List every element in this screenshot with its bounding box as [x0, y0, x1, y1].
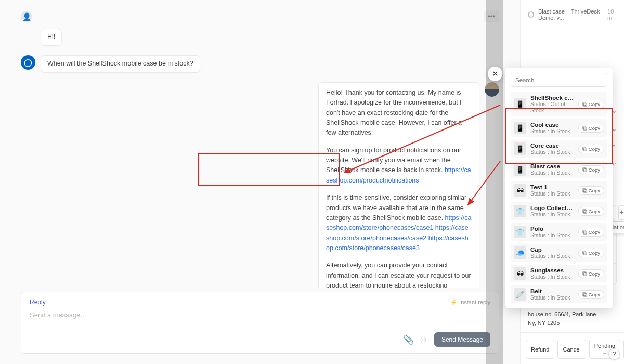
- time-ago: 10 m: [607, 8, 617, 21]
- copy-button[interactable]: Copy: [578, 249, 604, 257]
- product-image: 👕: [514, 205, 526, 217]
- agent-avatar: [485, 82, 499, 97]
- copy-button[interactable]: Copy: [578, 269, 604, 278]
- customer-avatar: ◯: [21, 55, 35, 70]
- product-status: Status : In Stock: [530, 232, 574, 238]
- product-search-input[interactable]: [515, 77, 603, 83]
- svg-rect-18: [583, 292, 586, 295]
- product-row[interactable]: 🧢 Cap Status : In Stock Copy: [511, 244, 607, 262]
- help-icon[interactable]: ?: [608, 348, 620, 360]
- svg-rect-1: [584, 103, 587, 106]
- product-status: Status : In Stock: [530, 253, 574, 259]
- svg-rect-9: [584, 189, 587, 192]
- copy-button[interactable]: Copy: [578, 290, 604, 299]
- avatar: 👤: [21, 11, 32, 22]
- agent-message: Hello! Thank you for contacting us. My n…: [318, 82, 479, 288]
- copy-button[interactable]: Copy: [578, 207, 604, 216]
- product-name: Cap: [530, 246, 574, 253]
- send-button[interactable]: Send Message: [434, 332, 490, 347]
- svg-rect-17: [584, 272, 587, 275]
- svg-rect-6: [583, 167, 586, 170]
- product-row[interactable]: 👕 Polo Status : In Stock Copy: [511, 223, 607, 241]
- customer-message: When will the ShellShock mobile case be …: [41, 55, 200, 72]
- product-row[interactable]: 🕶 Test 1 Status : In Stock Copy: [511, 181, 607, 199]
- product-image: 👕: [514, 226, 526, 238]
- product-row[interactable]: 📱 Cool case Status : In Stock Copy: [511, 119, 607, 137]
- svg-rect-12: [583, 230, 586, 232]
- product-image: 📱: [514, 163, 526, 176]
- chat-pane: 👤 ••• Hi! ◯ When will the ShellShock mob…: [0, 0, 520, 364]
- product-image: 📱: [514, 122, 526, 134]
- product-image: 🕶: [514, 184, 526, 197]
- product-row[interactable]: 📱 Blast case Status : In Stock Copy: [511, 161, 607, 178]
- refund-button[interactable]: Refund: [526, 340, 554, 359]
- svg-rect-13: [584, 231, 587, 233]
- emoji-icon[interactable]: ☺: [419, 334, 428, 345]
- svg-rect-15: [584, 252, 587, 254]
- copy-button[interactable]: Copy: [578, 100, 604, 109]
- product-image: 🧢: [514, 246, 526, 259]
- product-status: Status : In Stock: [530, 149, 574, 155]
- product-row[interactable]: 📱 Core case Status : In Stock Copy: [511, 140, 607, 158]
- product-status: Status : In Stock: [530, 190, 574, 197]
- reply-link[interactable]: Reply: [30, 298, 46, 306]
- copy-button[interactable]: Copy: [578, 186, 604, 195]
- product-row[interactable]: 🕶 Sunglasses Status : In Stock Copy: [511, 265, 607, 282]
- instant-reply-label: ⚡ Instant reply: [450, 299, 490, 306]
- product-name: Core case: [530, 142, 574, 149]
- product-status: Status : In Stock: [530, 274, 574, 280]
- product-image: 🧷: [514, 288, 526, 301]
- copy-button[interactable]: Copy: [578, 165, 604, 174]
- product-row[interactable]: 📱 ShellShock case Status : Out of Stock …: [511, 92, 607, 116]
- svg-rect-7: [584, 168, 587, 171]
- svg-rect-4: [583, 147, 586, 149]
- product-image: 📱: [514, 142, 526, 155]
- product-status: Status : Out of Stock: [530, 101, 574, 113]
- product-row[interactable]: 🧷 Belt Status : In Stock Copy: [511, 285, 607, 303]
- svg-rect-0: [583, 102, 586, 105]
- customer-message: Hi!: [41, 29, 62, 46]
- compose-box: Reply ⚡ Instant reply 📎 ☺ Send Message: [21, 292, 499, 354]
- svg-rect-11: [584, 210, 587, 213]
- product-recommendation-button[interactable]: ✦: [618, 205, 624, 220]
- product-name: ShellShock case: [530, 95, 574, 101]
- copy-button[interactable]: Copy: [578, 124, 604, 133]
- product-name: Polo: [530, 226, 574, 232]
- product-status: Status : In Stock: [530, 170, 574, 176]
- product-name: Belt: [530, 288, 574, 294]
- cancel-button[interactable]: Cancel: [557, 340, 586, 359]
- product-row[interactable]: 👕 Logo Collection Status : In Stock Copy: [511, 202, 607, 220]
- product-image: 📱: [514, 98, 526, 110]
- message-input[interactable]: [30, 311, 490, 319]
- svg-rect-3: [584, 127, 587, 129]
- product-name: Blast case: [530, 163, 574, 170]
- copy-button[interactable]: Copy: [578, 145, 604, 153]
- product-recommendation-popover: ✕ 📱 ShellShock case Status : Out of Stoc…: [505, 68, 613, 308]
- product-name: Test 1: [530, 184, 574, 190]
- product-image: 🕶: [514, 267, 526, 280]
- svg-rect-8: [583, 188, 586, 191]
- status-icon: [528, 11, 534, 18]
- chat-menu-button[interactable]: •••: [484, 10, 499, 22]
- product-name: Logo Collection: [530, 205, 574, 211]
- svg-rect-14: [583, 251, 586, 253]
- attachment-icon[interactable]: 📎: [403, 334, 414, 345]
- svg-rect-10: [583, 209, 586, 212]
- svg-rect-2: [583, 126, 586, 128]
- svg-rect-19: [584, 293, 587, 296]
- close-button[interactable]: ✕: [488, 67, 502, 81]
- product-name: Cool case: [530, 122, 574, 128]
- tab-title: Blast case – ThriveDesk Demo: v...: [538, 8, 603, 21]
- product-status: Status : In Stock: [530, 294, 574, 301]
- svg-rect-16: [583, 271, 586, 274]
- copy-button[interactable]: Copy: [578, 228, 604, 237]
- product-status: Status : In Stock: [530, 128, 574, 134]
- product-status: Status : In Stock: [530, 211, 574, 217]
- svg-rect-5: [584, 148, 587, 150]
- product-name: Sunglasses: [530, 267, 574, 274]
